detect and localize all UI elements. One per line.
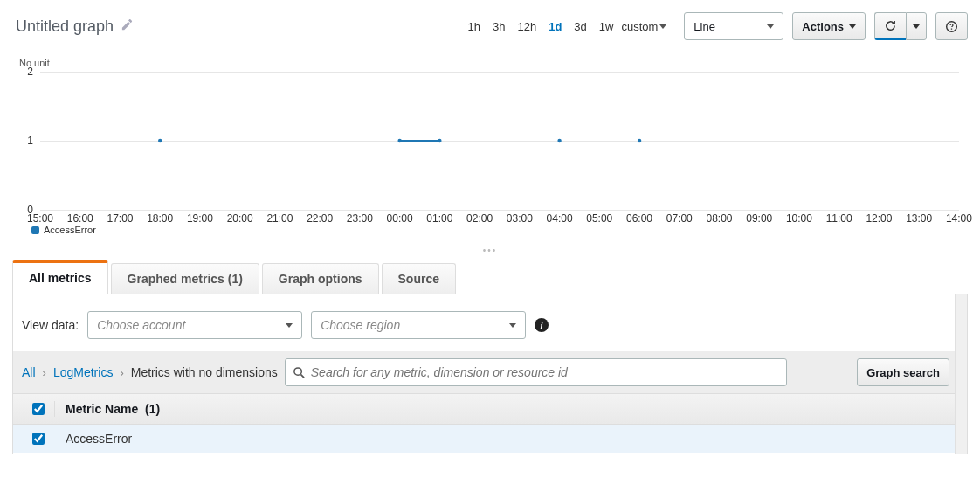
tab-graph-options[interactable]: Graph options: [262, 263, 379, 294]
graph-search-button[interactable]: Graph search: [857, 358, 949, 386]
panel-splitter[interactable]: •••: [0, 240, 980, 260]
region-placeholder: Choose region: [321, 318, 400, 332]
legend-label: AccessError: [44, 225, 96, 235]
breadcrumb-sep: ›: [43, 366, 46, 379]
column-metric-name[interactable]: Metric Name (1): [55, 402, 160, 416]
select-all-cell: [22, 401, 55, 417]
chevron-down-icon: [286, 323, 293, 328]
svg-point-5: [557, 139, 561, 142]
chevron-down-icon: [849, 24, 856, 29]
chevron-down-icon: [509, 323, 516, 328]
svg-point-2: [158, 139, 162, 142]
region-select[interactable]: Choose region: [311, 311, 526, 339]
tabs-row: All metrics Graphed metrics (1) Graph op…: [0, 260, 980, 294]
row-checkbox[interactable]: [32, 433, 45, 445]
time-range-3h[interactable]: 3h: [488, 17, 509, 37]
info-icon[interactable]: i: [535, 318, 549, 332]
svg-point-4: [438, 139, 441, 142]
breadcrumb-row: All › LogMetrics › Metrics with no dimen…: [13, 351, 955, 393]
breadcrumb-sep: ›: [120, 366, 123, 379]
help-icon: [945, 20, 958, 33]
help-button[interactable]: [935, 12, 968, 40]
time-range-custom-label: custom: [621, 20, 658, 33]
chevron-down-icon: [659, 24, 666, 29]
view-data-label: View data:: [22, 318, 79, 332]
metric-search-input[interactable]: [311, 365, 779, 379]
time-range-3d[interactable]: 3d: [569, 17, 590, 37]
graph-title: Untitled graph: [16, 17, 114, 36]
chart-type-value: Line: [694, 20, 715, 33]
search-icon: [293, 366, 306, 379]
metric-search-box[interactable]: [285, 358, 787, 386]
graph-search-label: Graph search: [866, 366, 940, 379]
y-tick: 1: [21, 135, 33, 147]
graph-header: Untitled graph 1h 3h 12h 1d 3d 1w custom…: [0, 0, 980, 49]
chart-type-select[interactable]: Line: [684, 12, 783, 40]
breadcrumb-all[interactable]: All: [22, 365, 36, 379]
y-tick: 2: [21, 66, 33, 78]
column-metric-name-count: (1): [145, 402, 160, 416]
chevron-down-icon: [913, 24, 920, 29]
y-axis-unit: No unit: [19, 58, 964, 68]
row-check-cell: [22, 433, 55, 445]
actions-button[interactable]: Actions: [792, 12, 866, 40]
title-wrap: Untitled graph: [16, 17, 455, 36]
breadcrumb-leaf: Metrics with no dimensions: [131, 365, 278, 379]
refresh-button[interactable]: [874, 12, 906, 40]
tab-source[interactable]: Source: [382, 263, 456, 294]
select-all-checkbox[interactable]: [32, 403, 45, 415]
svg-point-7: [294, 367, 301, 374]
metrics-table-header: Metric Name (1): [13, 393, 955, 425]
account-select[interactable]: Choose account: [87, 311, 302, 339]
time-range-1h[interactable]: 1h: [464, 17, 485, 37]
time-range-12h[interactable]: 12h: [513, 17, 541, 37]
time-range-selector: 1h 3h 12h 1d 3d 1w custom: [464, 17, 667, 37]
time-range-1d[interactable]: 1d: [544, 17, 566, 37]
refresh-options-button[interactable]: [906, 12, 927, 40]
svg-line-8: [300, 374, 304, 378]
actions-label: Actions: [802, 20, 844, 33]
svg-point-6: [638, 139, 641, 142]
row-metric-name: AccessError: [55, 432, 132, 446]
chart-area: No unit 012 15:0016:0017:0018:0019:0020:…: [0, 58, 980, 240]
breadcrumb-logmetrics[interactable]: LogMetrics: [53, 365, 113, 379]
chart-plot[interactable]: 012: [40, 72, 959, 210]
refresh-icon: [884, 19, 897, 32]
pencil-icon[interactable]: [121, 18, 134, 34]
account-placeholder: Choose account: [97, 318, 185, 332]
tab-graphed-metrics[interactable]: Graphed metrics (1): [111, 263, 259, 294]
legend-swatch: [31, 226, 39, 234]
scrollbar[interactable]: [955, 294, 967, 454]
refresh-group: [874, 12, 927, 40]
view-data-row: View data: Choose account Choose region …: [22, 308, 955, 351]
svg-point-3: [397, 139, 401, 142]
metrics-panel: View data: Choose account Choose region …: [12, 294, 968, 454]
chevron-down-icon: [767, 24, 774, 29]
table-row[interactable]: AccessError: [13, 425, 955, 453]
time-range-1w[interactable]: 1w: [595, 17, 618, 37]
time-range-custom[interactable]: custom: [621, 20, 666, 33]
tab-all-metrics[interactable]: All metrics: [12, 260, 108, 294]
column-metric-name-label: Metric Name: [66, 402, 138, 416]
chart-legend: AccessError: [31, 225, 964, 235]
